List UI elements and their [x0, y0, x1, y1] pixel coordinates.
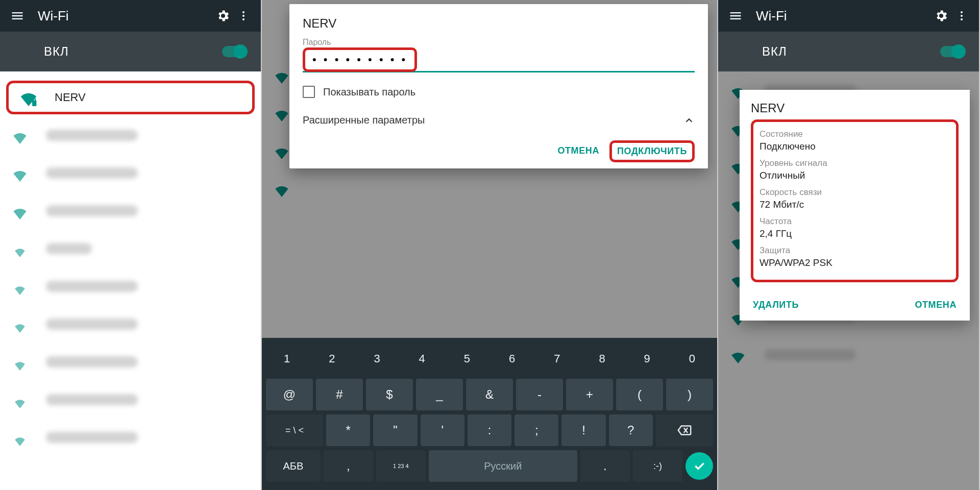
cancel-button[interactable]: ОТМЕНА — [913, 295, 959, 315]
wifi-row-blurred[interactable] — [0, 381, 261, 419]
svg-point-0 — [242, 11, 244, 13]
wifi-row-blurred-label — [46, 318, 138, 330]
wifi-row-blurred-label — [46, 167, 138, 179]
detail-item: СостояниеПодключено — [760, 129, 950, 152]
key-backspace[interactable] — [656, 414, 713, 446]
detail-value: Подключено — [760, 141, 950, 152]
key-[interactable]: $ — [366, 379, 413, 410]
key-[interactable]: + — [566, 379, 613, 410]
wifi-row-blurred-label — [46, 205, 138, 216]
detail-value: 2,4 ГГц — [760, 228, 950, 239]
key-[interactable]: ) — [666, 379, 713, 410]
key-5[interactable]: 5 — [446, 343, 488, 375]
advanced-options-label: Расширенные параметры — [303, 114, 425, 126]
wifi-row-blurred[interactable] — [0, 230, 261, 267]
key-[interactable]: * — [326, 414, 370, 446]
key-[interactable]: ( — [616, 379, 663, 410]
screenshot-panel-1: Wi-Fi ВКЛ NERV — [0, 0, 262, 490]
password-field-label: Пароль — [303, 38, 695, 47]
detail-item: Уровень сигналаОтличный — [760, 158, 950, 181]
forget-button[interactable]: УДАЛИТЬ — [751, 295, 801, 315]
key-[interactable]: & — [466, 379, 513, 410]
appbar-title: Wi-Fi — [756, 8, 931, 24]
key-7[interactable]: 7 — [536, 343, 578, 375]
wifi-row-blurred[interactable] — [0, 116, 261, 154]
cancel-button[interactable]: ОТМЕНА — [555, 140, 601, 162]
wifi-row-blurred[interactable] — [0, 192, 261, 230]
advanced-options-row[interactable]: Расширенные параметры — [303, 103, 695, 137]
key-[interactable]: " — [373, 414, 417, 446]
wifi-signal-icon — [20, 89, 37, 106]
hamburger-icon[interactable] — [725, 6, 746, 26]
dialog-title: NERV — [303, 16, 695, 31]
appbar: Wi-Fi — [0, 0, 261, 32]
key-enter[interactable] — [685, 452, 713, 480]
detail-item: Частота2,4 ГГц — [760, 216, 950, 239]
wifi-master-toggle-row: ВКЛ — [718, 32, 979, 71]
on-screen-keyboard: 1234567890 @#$_&-+() = \ < *"':;!? АБВ ,… — [262, 338, 717, 490]
wifi-row-blurred[interactable] — [0, 267, 261, 305]
key-6[interactable]: 6 — [491, 343, 533, 375]
wifi-row-nerv[interactable]: NERV — [9, 83, 252, 112]
key-[interactable]: ' — [421, 414, 464, 446]
svg-point-2 — [242, 18, 244, 20]
wifi-row-blurred-label — [46, 432, 138, 443]
wifi-toggle[interactable] — [940, 46, 965, 57]
dialog-title: NERV — [751, 101, 959, 115]
key-comma[interactable]: , — [324, 450, 373, 482]
highlighted-network: NERV — [6, 81, 255, 114]
gear-icon[interactable] — [213, 6, 233, 26]
key-9[interactable]: 9 — [626, 343, 668, 375]
key-[interactable]: _ — [416, 379, 463, 410]
connect-button[interactable]: ПОДКЛЮЧИТЬ — [609, 140, 695, 162]
key-[interactable]: ! — [561, 414, 605, 446]
wifi-row-blurred-label — [46, 281, 138, 292]
key-[interactable]: # — [316, 379, 363, 410]
wifi-signal-icon — [11, 353, 29, 371]
wifi-row-blurred[interactable] — [0, 305, 261, 343]
key-3[interactable]: 3 — [356, 343, 398, 375]
appbar: Wi-Fi — [718, 0, 979, 32]
wifi-toggle[interactable] — [222, 46, 247, 57]
key-[interactable]: ? — [609, 414, 653, 446]
checkbox-icon[interactable] — [303, 86, 315, 98]
chevron-up-icon — [683, 115, 695, 126]
key-[interactable]: @ — [266, 379, 313, 410]
password-input[interactable]: • • • • • • • • • — [303, 48, 695, 72]
wifi-row-blurred-label — [46, 394, 138, 405]
key-[interactable]: - — [516, 379, 563, 410]
wifi-row-blurred[interactable] — [0, 154, 261, 192]
key-8[interactable]: 8 — [581, 343, 623, 375]
svg-point-5 — [961, 11, 963, 13]
wifi-row-blurred[interactable] — [0, 343, 261, 381]
key-1[interactable]: 1 — [266, 343, 308, 375]
overflow-icon[interactable] — [233, 6, 254, 26]
key-underscore-numeric[interactable]: 1 23 4 — [376, 450, 426, 482]
toggle-label: ВКЛ — [762, 44, 940, 59]
key-0[interactable]: 0 — [671, 343, 713, 375]
key-smiley[interactable]: :-) — [633, 450, 682, 482]
wifi-row-label: NERV — [55, 91, 86, 104]
key-switch-special[interactable]: = \ < — [266, 414, 323, 446]
appbar-title: Wi-Fi — [38, 8, 213, 24]
key-2[interactable]: 2 — [311, 343, 353, 375]
key-4[interactable]: 4 — [401, 343, 443, 375]
key-space[interactable]: Русский — [429, 450, 577, 482]
hamburger-icon[interactable] — [7, 6, 28, 26]
wifi-row-blurred-label — [46, 356, 138, 368]
wifi-row-blurred[interactable] — [0, 419, 261, 456]
wifi-signal-icon — [11, 278, 29, 295]
detail-value: Отличный — [760, 170, 950, 181]
keyboard-row-symbols-1: @#$_&-+() — [266, 379, 713, 410]
show-password-row[interactable]: Показывать пароль — [303, 86, 695, 98]
gear-icon[interactable] — [931, 6, 951, 26]
overflow-icon[interactable] — [951, 6, 972, 26]
detail-item: ЗащитаWPA/WPA2 PSK — [760, 246, 950, 268]
key-[interactable]: : — [468, 414, 511, 446]
dialog-actions: ОТМЕНА ПОДКЛЮЧИТЬ — [303, 137, 695, 162]
key-period[interactable]: . — [580, 450, 630, 482]
key-[interactable]: ; — [514, 414, 558, 446]
detail-value: WPA/WPA2 PSK — [760, 257, 950, 268]
svg-point-1 — [242, 15, 244, 17]
key-switch-abc[interactable]: АБВ — [266, 450, 321, 482]
